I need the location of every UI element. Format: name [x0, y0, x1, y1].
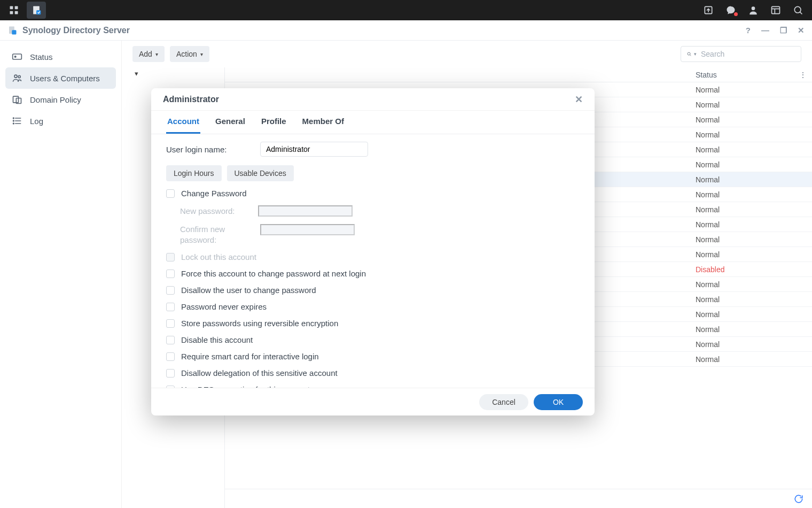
- search-input[interactable]: [700, 49, 795, 59]
- svg-point-7: [752, 6, 755, 10]
- search-icon[interactable]: [788, 2, 808, 19]
- svg-rect-3: [15, 11, 18, 14]
- cell-status: Normal: [689, 340, 812, 349]
- policy-icon: [12, 94, 22, 105]
- svg-point-16: [14, 56, 16, 58]
- app-title: Synology Directory Server: [22, 26, 130, 35]
- des-label: Use DES encryption for this account: [181, 385, 310, 388]
- search-icon: [686, 50, 692, 58]
- speedometer-icon: [12, 51, 22, 62]
- never-expires-checkbox[interactable]: [166, 303, 175, 311]
- tree-collapse-icon[interactable]: ▾: [135, 70, 138, 78]
- dialog-title: Administrator: [163, 95, 219, 104]
- titlebar: Synology Directory Server ? — ❐ ✕: [0, 20, 812, 41]
- delegation-label: Disallow delegation of this sensitive ac…: [181, 368, 338, 378]
- user-icon[interactable]: [744, 2, 763, 19]
- cell-status: Normal: [689, 295, 812, 304]
- dashboard-icon[interactable]: [4, 2, 24, 19]
- cell-status: Normal: [689, 250, 812, 259]
- system-taskbar: [0, 0, 812, 20]
- sidebar-item-log[interactable]: Log: [5, 110, 116, 132]
- action-button[interactable]: Action▾: [170, 46, 209, 62]
- new-password-input: [258, 205, 353, 217]
- cell-status: Normal: [689, 116, 812, 124]
- app-task-icon[interactable]: [27, 2, 46, 19]
- cell-status: Normal: [689, 310, 812, 319]
- add-button[interactable]: Add▾: [132, 46, 165, 62]
- change-password-checkbox[interactable]: [166, 189, 175, 198]
- login-name-input[interactable]: [260, 142, 368, 157]
- svg-line-28: [690, 55, 691, 56]
- sidebar: Status Users & Computers Domain Policy L…: [0, 41, 122, 508]
- chat-icon[interactable]: [721, 2, 740, 19]
- grid-footer: [225, 489, 812, 508]
- sidebar-item-label: Domain Policy: [30, 95, 81, 104]
- login-hours-button[interactable]: Login Hours: [166, 165, 222, 181]
- column-header-status[interactable]: Status: [696, 71, 717, 79]
- reversible-encryption-label: Store passwords using reversible encrypt…: [181, 319, 338, 328]
- upload-icon[interactable]: [699, 2, 718, 19]
- smartcard-checkbox[interactable]: [166, 352, 175, 361]
- delegation-checkbox[interactable]: [166, 369, 175, 378]
- app-icon: [7, 26, 17, 35]
- smartcard-label: Require smart card for interactive login: [181, 352, 319, 361]
- cell-status: Normal: [689, 190, 812, 199]
- maximize-button[interactable]: ❐: [780, 26, 787, 34]
- svg-rect-14: [12, 30, 16, 34]
- svg-rect-0: [10, 6, 13, 10]
- tab-general[interactable]: General: [214, 111, 246, 134]
- tab-member-of[interactable]: Member Of: [301, 111, 345, 134]
- close-window-button[interactable]: ✕: [798, 26, 805, 34]
- svg-point-25: [13, 120, 14, 121]
- minimize-button[interactable]: —: [761, 26, 769, 34]
- confirm-password-input: [260, 224, 355, 235]
- cell-status: Normal: [689, 175, 812, 184]
- cell-status: Normal: [689, 325, 812, 334]
- help-button[interactable]: ?: [746, 26, 751, 34]
- sidebar-item-status[interactable]: Status: [5, 46, 116, 67]
- disallow-change-checkbox[interactable]: [166, 286, 175, 295]
- cell-status: Normal: [689, 130, 812, 139]
- login-name-label: User login name:: [166, 145, 252, 154]
- svg-rect-2: [10, 11, 13, 14]
- sidebar-item-users-computers[interactable]: Users & Computers: [5, 67, 116, 89]
- ok-button[interactable]: OK: [534, 394, 583, 410]
- column-menu-icon[interactable]: ⋮: [799, 71, 807, 79]
- sidebar-item-label: Users & Computers: [30, 74, 100, 83]
- tab-profile[interactable]: Profile: [260, 111, 287, 134]
- sidebar-item-domain-policy[interactable]: Domain Policy: [5, 89, 116, 110]
- tab-account[interactable]: Account: [166, 111, 200, 134]
- toolbar: Add▾ Action▾ ▾: [122, 41, 812, 67]
- force-change-checkbox[interactable]: [166, 270, 175, 278]
- cell-status: Normal: [689, 101, 812, 109]
- change-password-label: Change Password: [181, 189, 247, 198]
- usable-devices-button[interactable]: Usable Devices: [227, 165, 294, 181]
- dialog-close-button[interactable]: ✕: [575, 94, 583, 105]
- cell-status: Disabled: [689, 265, 812, 274]
- search-scope-caret-icon[interactable]: ▾: [694, 51, 697, 57]
- lock-out-label: Lock out this account: [181, 252, 256, 261]
- widgets-icon[interactable]: [766, 2, 785, 19]
- cell-status: Normal: [689, 220, 812, 229]
- disallow-change-label: Disallow the user to change password: [181, 286, 316, 295]
- des-checkbox[interactable]: [166, 386, 175, 388]
- cell-status: Normal: [689, 355, 812, 364]
- svg-point-24: [13, 118, 14, 119]
- disable-account-checkbox[interactable]: [166, 336, 175, 344]
- svg-point-27: [688, 52, 690, 55]
- svg-point-11: [794, 6, 801, 13]
- search-box[interactable]: ▾: [681, 46, 801, 62]
- lock-out-checkbox: [166, 253, 175, 261]
- refresh-icon[interactable]: [794, 494, 803, 504]
- users-icon: [12, 73, 22, 83]
- reversible-encryption-checkbox[interactable]: [166, 319, 175, 328]
- cancel-button[interactable]: Cancel: [479, 394, 528, 410]
- never-expires-label: Password never expires: [181, 302, 267, 311]
- cell-status: Normal: [689, 160, 812, 169]
- cell-status: Normal: [689, 280, 812, 289]
- confirm-password-label: Confirm new password:: [180, 224, 252, 245]
- svg-rect-15: [13, 54, 22, 59]
- force-change-label: Force this account to change password at…: [181, 269, 366, 278]
- svg-rect-8: [772, 6, 780, 13]
- svg-line-12: [800, 12, 802, 14]
